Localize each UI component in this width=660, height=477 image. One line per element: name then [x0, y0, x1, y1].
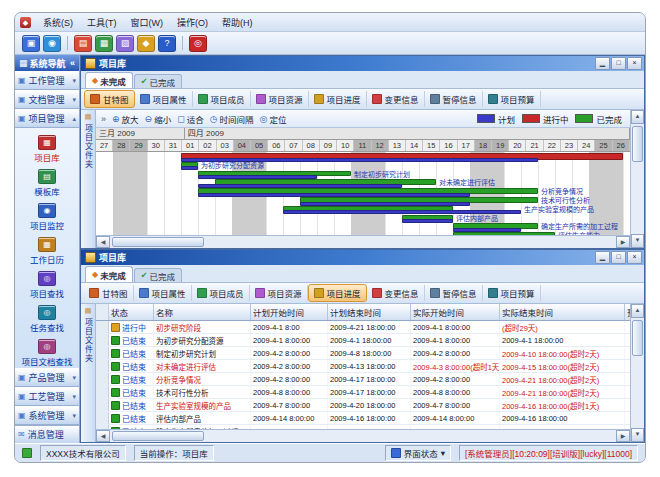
gantt-bar-actual[interactable] [453, 232, 555, 235]
row-selector[interactable] [96, 386, 109, 398]
report-icon[interactable]: ▤ [74, 35, 92, 52]
scroll-right-arrow[interactable]: ▶ [616, 430, 630, 442]
view-tab[interactable]: 项目进度 [309, 91, 367, 107]
folder-panel-tab[interactable]: ▤ 项目文件夹 [81, 304, 96, 442]
sidebar-item[interactable]: ▤模板库 [15, 166, 79, 200]
scroll-down-arrow[interactable]: ▼ [631, 428, 644, 442]
row-selector[interactable] [96, 347, 109, 359]
scroll-track[interactable] [110, 236, 616, 248]
table-row[interactable]: 已结束技术可行性分析2009-4-8 8:00:002009-4-17 18:0… [96, 386, 630, 399]
row-selector[interactable] [96, 399, 109, 411]
overflow-chevron-icon[interactable]: » [101, 114, 106, 124]
scroll-thumb[interactable] [112, 431, 204, 441]
monitor-icon[interactable]: ▣ [22, 35, 40, 52]
table-column-header[interactable]: 实际结束时间 [500, 304, 625, 320]
sidebar-tab-messages[interactable]: ✉ 消息管理 [15, 425, 79, 443]
row-selector[interactable] [96, 412, 109, 424]
ui-mode-selector[interactable]: 界面状态 ▾ [385, 445, 451, 461]
gantt-toolbar-button[interactable]: ⊖缩小 [145, 113, 172, 125]
gantt-toolbar-button[interactable]: ⊕放大 [112, 113, 139, 125]
view-tab[interactable]: 项目成员 [193, 91, 251, 107]
table-row[interactable]: 进行中初步研究阶段2009-4-1 8:002009-4-21 18:00:00… [96, 321, 630, 334]
collapse-icon[interactable]: « [70, 58, 75, 68]
sidebar-item[interactable]: ▦工作日历 [15, 234, 79, 268]
close-button[interactable]: × [627, 57, 642, 70]
view-tab[interactable]: 项目资源 [250, 285, 308, 301]
scroll-track[interactable] [631, 318, 644, 428]
gantt-toolbar-button[interactable]: ◷时间间隔 [210, 113, 254, 125]
view-tab[interactable]: 甘特图 [84, 90, 135, 108]
horizontal-scrollbar[interactable]: ◀ ▶ [96, 429, 630, 442]
view-tab[interactable]: 项目属性 [135, 91, 193, 107]
filter-tab[interactable]: ◆未完成 [85, 72, 133, 88]
maximize-button[interactable]: □ [611, 251, 626, 264]
table-column-header[interactable]: 名称 [154, 304, 251, 320]
window-titlebar[interactable]: 项目库 ▁□× [81, 250, 644, 265]
minimize-button[interactable]: ▁ [595, 251, 610, 264]
table-column-header[interactable]: 状态 [109, 304, 154, 320]
scroll-down-arrow[interactable]: ▼ [631, 234, 644, 248]
table-row[interactable]: 已结束评估内部产品2009-4-14 8:00:002009-4-16 18:0… [96, 412, 630, 425]
scroll-thumb[interactable] [632, 126, 643, 162]
view-tab[interactable]: 暂停信息 [425, 285, 483, 301]
table-column-header[interactable]: 计划开始时间 [251, 304, 328, 320]
table-row[interactable]: 已结束生产实验室规模的产品2009-4-7 8:00:002009-4-20 1… [96, 399, 630, 412]
scroll-left-arrow[interactable]: ◀ [96, 430, 110, 442]
sidebar-item[interactable]: ◎任务查找 [15, 302, 79, 336]
scroll-thumb[interactable] [632, 320, 643, 356]
view-tab[interactable]: 项目成员 [192, 285, 250, 301]
maximize-button[interactable]: □ [611, 57, 626, 70]
row-selector[interactable] [96, 321, 109, 333]
network-icon[interactable]: ◉ [43, 35, 61, 52]
menu-item[interactable]: 帮助(H) [215, 15, 260, 30]
help-icon[interactable]: ? [158, 35, 176, 52]
menu-item[interactable]: 系统(S) [36, 15, 80, 30]
table-row[interactable]: 已结束制定初步研究计划2009-4-2 8:00:002009-4-8 18:0… [96, 347, 630, 360]
sidebar-panel-header[interactable]: ▣工作管理▾ [15, 71, 79, 90]
folder-panel-tab[interactable]: ▤ 项目文件夹 [81, 110, 96, 248]
minimize-button[interactable]: ▁ [595, 57, 610, 70]
scroll-track[interactable] [631, 124, 644, 234]
sidebar-item[interactable]: ▦项目库 [15, 132, 79, 166]
exit-icon[interactable]: ◎ [189, 35, 207, 52]
table-row[interactable]: 已结束对未确定进行评估2009-4-2 8:00:002009-4-13 18:… [96, 360, 630, 373]
menu-item[interactable]: 操作(O) [170, 15, 215, 30]
view-tab[interactable]: 甘特图 [84, 285, 134, 301]
filter-tab[interactable]: ✔已完成 [134, 268, 182, 282]
scroll-right-arrow[interactable]: ▶ [616, 236, 630, 248]
sidebar-panel-header[interactable]: ▣文档管理▾ [15, 90, 79, 109]
scroll-thumb[interactable] [112, 237, 204, 247]
gantt-toolbar-button[interactable]: ◻适合 [177, 113, 204, 125]
menu-item[interactable]: 窗口(W) [124, 15, 171, 30]
row-selector[interactable] [96, 360, 109, 372]
sidebar-panel-header[interactable]: ▣系统管理▾ [15, 406, 79, 425]
view-tab[interactable]: 暂停信息 [425, 91, 483, 107]
view-tab[interactable]: 项目进度 [308, 284, 367, 302]
view-tab[interactable]: 项目预算 [483, 91, 541, 107]
view-tab[interactable]: 项目属性 [134, 285, 192, 301]
sidebar-panel-project[interactable]: ▣ 项目管理 ▴ [15, 109, 79, 128]
scroll-left-arrow[interactable]: ◀ [96, 236, 110, 248]
horizontal-scrollbar[interactable]: ◀ ▶ [96, 235, 630, 248]
sidebar-panel-header[interactable]: ▣产品管理▾ [15, 368, 79, 387]
sidebar-panel-header[interactable]: ▣工艺管理▾ [15, 387, 79, 406]
scroll-up-arrow[interactable]: ▲ [631, 110, 644, 124]
scroll-up-arrow[interactable]: ▲ [631, 304, 644, 318]
scroll-track[interactable] [110, 430, 616, 442]
view-tab[interactable]: 项目预算 [483, 285, 541, 301]
filter-tab[interactable]: ◆未完成 [85, 266, 133, 282]
table-row[interactable]: 已结束为初步研究分配资源2009-4-1 8:00:002009-4-1 18:… [96, 334, 630, 347]
row-selector[interactable] [96, 373, 109, 385]
close-button[interactable]: × [627, 251, 642, 264]
vertical-scrollbar[interactable]: ▲ ▼ [630, 110, 644, 248]
table-column-header[interactable]: 计划结束时间 [328, 304, 411, 320]
view-tab[interactable]: 项目资源 [251, 91, 309, 107]
view-tab[interactable]: 变更信息 [367, 91, 425, 107]
row-selector[interactable] [96, 334, 109, 346]
table-column-header[interactable]: 实际开始时间 [411, 304, 500, 320]
tree-icon[interactable]: ▧ [116, 35, 134, 52]
view-tab[interactable]: 变更信息 [367, 285, 425, 301]
filter-tab[interactable]: ✔已完成 [134, 74, 182, 88]
sidebar-item[interactable]: ◉项目监控 [15, 200, 79, 234]
lock-icon[interactable]: ◆ [137, 35, 155, 52]
